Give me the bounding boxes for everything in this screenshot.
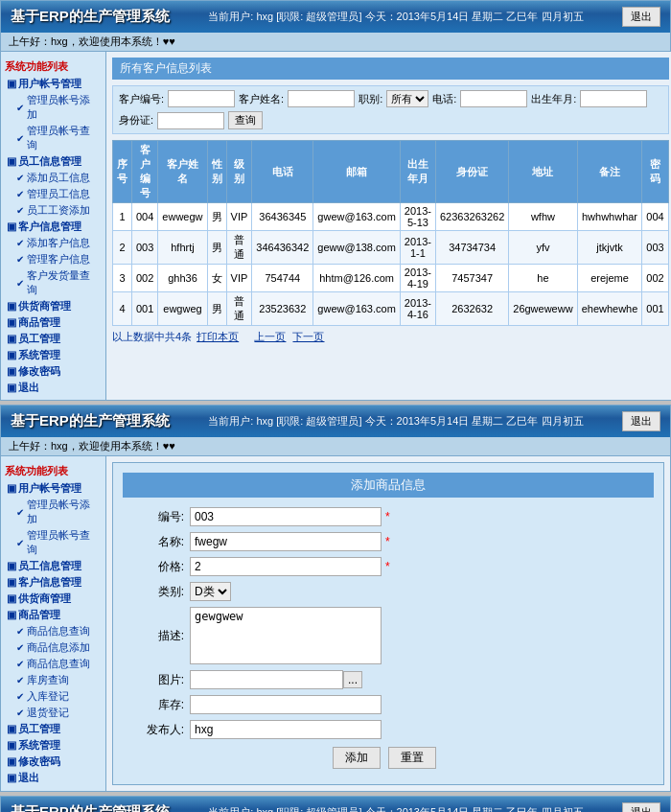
sidebar-group-4[interactable]: ▣ 商品管理 (5, 314, 102, 331)
table-cell: 26gweweww (509, 292, 577, 326)
expand-icon: ▣ (7, 609, 16, 621)
table-cell: erejeme (577, 265, 642, 292)
sidebar-group-1[interactable]: ▣ 员工信息管理 (5, 558, 102, 574)
form-field-name[interactable] (190, 532, 382, 551)
panel-products: 基于ERP的生产管理系统 当前用户: hxg [职限: 超级管理员] 今天：20… (0, 796, 671, 812)
sidebar-group-8[interactable]: ▣ 退出 (5, 380, 102, 396)
sidebar-item-4-4[interactable]: ✔ 入库登记 (9, 688, 102, 705)
sidebar-item-2-1[interactable]: ✔ 管理客户信息 (9, 251, 102, 267)
sidebar-group-6[interactable]: ▣ 系统管理 (5, 347, 102, 363)
panel-add-product: 基于ERP的生产管理系统 当前用户: hxg [职限: 超级管理员] 今天：20… (0, 405, 671, 792)
sidebar-group-5[interactable]: ▣ 员工管理 (5, 331, 102, 347)
form-field-publisher[interactable] (190, 720, 382, 739)
sidebar-group-3[interactable]: ▣ 供货商管理 (5, 298, 102, 314)
item-icon: ✔ (16, 189, 24, 199)
table-cell: 004 (642, 203, 668, 231)
sidebar-group-2[interactable]: ▣ 客户信息管理 (5, 574, 102, 591)
item-icon: ✔ (16, 173, 24, 183)
form-btn-0[interactable]: 添加 (333, 747, 381, 769)
sidebar-item-0-0[interactable]: ✔ 管理员帐号添加 (9, 92, 102, 123)
sidebar-group-5[interactable]: ▣ 员工管理 (5, 721, 102, 737)
item-icon: ✔ (16, 538, 24, 548)
search-input-0[interactable] (168, 90, 235, 107)
sidebar-item-4-3[interactable]: ✔ 库房查询 (9, 672, 102, 688)
table-cell: 男 (207, 203, 226, 231)
sidebar-item-4-2[interactable]: ✔ 商品信息查询 (9, 656, 102, 672)
expand-icon: ▣ (7, 382, 16, 394)
form-field-type[interactable]: D类A类B类C类 (190, 582, 231, 601)
sidebar-item-1-1[interactable]: ✔ 管理员工信息 (9, 186, 102, 202)
item-icon: ✔ (16, 238, 24, 248)
expand-icon: ▣ (7, 576, 16, 589)
table-cell: 003 (132, 231, 158, 265)
search-label-2: 职别: (359, 92, 382, 106)
search-input-3[interactable] (460, 90, 527, 107)
form-field-stock[interactable] (190, 695, 382, 714)
table-cell: gwew@163.com (313, 203, 400, 231)
search-input-1[interactable] (288, 90, 355, 107)
form-field-img-path[interactable] (190, 670, 343, 689)
sidebar-group-7[interactable]: ▣ 修改密码 (5, 754, 102, 770)
prev-page[interactable]: 上一页 (254, 331, 286, 342)
sidebar-item-4-0[interactable]: ✔ 商品信息查询 (9, 623, 102, 639)
header-info: 当前用户: hxg [职限: 超级管理员] 今天：2013年5月14日 星期二 … (208, 10, 583, 24)
table-cell: wfhw (509, 203, 577, 231)
table-cell: gwew@163.com (313, 292, 400, 326)
table-cell: 36436345 (252, 203, 313, 231)
table-cell: 004 (132, 203, 158, 231)
sidebar-item-4-5[interactable]: ✔ 退货登记 (9, 705, 102, 721)
exit-button[interactable]: 退出 (622, 411, 660, 431)
form-row-7: 发布人: (123, 720, 654, 739)
exit-button[interactable]: 退出 (622, 7, 660, 27)
expand-icon: ▣ (7, 772, 16, 784)
item-icon: ✔ (16, 103, 24, 113)
search-input-4[interactable] (580, 90, 647, 107)
sidebar-group-7[interactable]: ▣ 修改密码 (5, 363, 102, 380)
sidebar-group-4[interactable]: ▣ 商品管理 (5, 607, 102, 623)
sidebar-item-4-1[interactable]: ✔ 商品信息添加 (9, 639, 102, 656)
form-field-id[interactable] (190, 507, 382, 526)
panel-customers: 基于ERP的生产管理系统 当前用户: hxg [职限: 超级管理员] 今天：20… (0, 0, 671, 401)
sidebar-item-1-0[interactable]: ✔ 添加员工信息 (9, 170, 102, 186)
exit-button[interactable]: 退出 (622, 802, 660, 812)
sidebar-item-2-0[interactable]: ✔ 添加客户信息 (9, 235, 102, 251)
form-buttons-row: 添加重置 (123, 747, 654, 769)
sidebar-group-8[interactable]: ▣ 退出 (5, 770, 102, 786)
sidebar-group-3[interactable]: ▣ 供货商管理 (5, 591, 102, 607)
item-icon: ✔ (16, 659, 24, 669)
sidebar-item-1-2[interactable]: ✔ 员工工资添加 (9, 202, 102, 219)
form-row-1: 名称:* (123, 532, 654, 551)
table-row: 2003hfhrtj男普通346436342geww@138.com2013-1… (113, 231, 669, 265)
sidebar-group-1[interactable]: ▣ 员工信息管理 (5, 153, 102, 170)
search-input-5[interactable] (157, 112, 224, 129)
sidebar-group-6[interactable]: ▣ 系统管理 (5, 737, 102, 754)
sidebar-group-0[interactable]: ▣ 用户帐号管理 (5, 480, 102, 497)
table-row: 1004ewwegw男VIP36436345gwew@163.com2013-5… (113, 203, 669, 231)
table-cell: 2013-1-1 (400, 231, 435, 265)
sidebar-item-0-1[interactable]: ✔ 管理员帐号查询 (9, 123, 102, 153)
form-row-6: 库存: (123, 695, 654, 714)
form-btn-1[interactable]: 重置 (388, 747, 436, 769)
required-marker: * (385, 560, 390, 573)
search-button[interactable]: 查询 (228, 111, 263, 129)
next-page[interactable]: 下一页 (292, 331, 324, 342)
search-select-zhbie[interactable]: 所有VIP普通 (386, 90, 428, 107)
form-field-price[interactable] (190, 557, 382, 576)
table-cell: 普通 (226, 231, 252, 265)
sidebar-item-0-0[interactable]: ✔ 管理员帐号添加 (9, 497, 102, 527)
table-cell: hwhwhwhar (577, 203, 642, 231)
browse-button[interactable]: ... (343, 671, 362, 688)
sidebar-title: 系统功能列表 (5, 59, 102, 74)
table-cell: VIP (226, 265, 252, 292)
sidebar-group-0[interactable]: ▣ 用户帐号管理 (5, 76, 102, 92)
header-info: 当前用户: hxg [职限: 超级管理员] 今天：2013年5月14日 星期二 … (208, 414, 583, 429)
main-layout: 系统功能列表 ▣ 用户帐号管理 ✔ 管理员帐号添加 ✔ 管理员帐号查询 ▣ 员工… (1, 52, 670, 400)
sidebar-item-2-2[interactable]: ✔ 客户发货量查询 (9, 267, 102, 298)
form-field-desc[interactable]: gewgwew (190, 607, 382, 664)
search-label-1: 客户姓名: (239, 92, 284, 106)
print-link[interactable]: 打印本页 (197, 331, 239, 342)
table-cell: 002 (132, 265, 158, 292)
sidebar-item-0-1[interactable]: ✔ 管理员帐号查询 (9, 527, 102, 558)
table-cell: 002 (642, 265, 668, 292)
sidebar-group-2[interactable]: ▣ 客户信息管理 (5, 219, 102, 235)
